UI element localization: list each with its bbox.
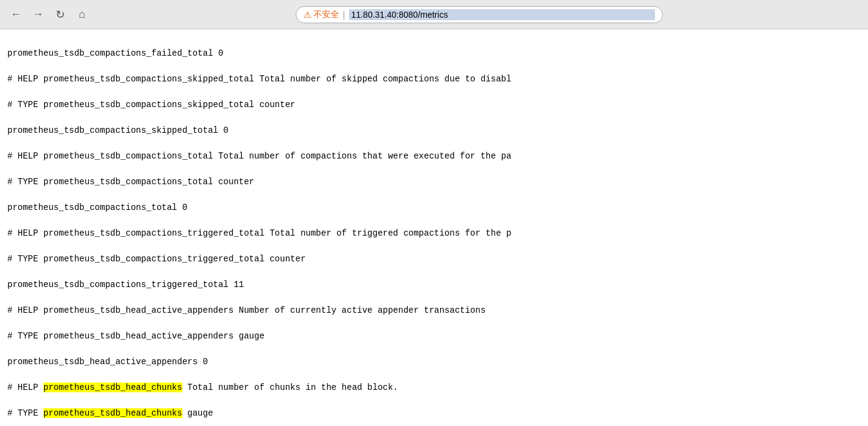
line-10: prometheus_tsdb_compactions_triggered_to… <box>7 278 861 291</box>
reload-button[interactable]: ↻ <box>51 6 69 23</box>
line-13: prometheus_tsdb_head_active_appenders 0 <box>7 356 861 368</box>
home-button[interactable]: ⌂ <box>73 6 91 23</box>
line-1: prometheus_tsdb_compactions_failed_total… <box>7 47 861 60</box>
warning-icon: ⚠ <box>304 10 312 20</box>
browser-toolbar: ← → ↻ ⌂ ⚠ 不安全 | 11.80.31.40:8080/metrics <box>0 0 868 29</box>
forward-button[interactable]: → <box>29 6 47 23</box>
url-display: 11.80.31.40:8080/metrics <box>349 9 655 20</box>
page-content: prometheus_tsdb_compactions_failed_total… <box>0 29 868 426</box>
line-12: # TYPE prometheus_tsdb_head_active_appen… <box>7 330 861 343</box>
line-14: # HELP prometheus_tsdb_head_chunks Total… <box>7 381 861 394</box>
back-button[interactable]: ← <box>7 6 24 23</box>
line-4: prometheus_tsdb_compactions_skipped_tota… <box>7 124 861 137</box>
line-5: # HELP prometheus_tsdb_compactions_total… <box>7 150 861 163</box>
address-bar[interactable]: ⚠ 不安全 | 11.80.31.40:8080/metrics <box>296 6 663 23</box>
line-7: prometheus_tsdb_compactions_total 0 <box>7 201 861 214</box>
security-warning: ⚠ 不安全 <box>304 9 339 20</box>
nav-buttons: ← → ↻ ⌂ <box>7 6 91 23</box>
line-2: # HELP prometheus_tsdb_compactions_skipp… <box>7 73 861 86</box>
separator: | <box>343 10 345 20</box>
line-9: # TYPE prometheus_tsdb_compactions_trigg… <box>7 253 861 266</box>
line-8: # HELP prometheus_tsdb_compactions_trigg… <box>7 227 861 240</box>
line-15: # TYPE prometheus_tsdb_head_chunks gauge <box>7 407 861 420</box>
line-11: # HELP prometheus_tsdb_head_active_appen… <box>7 304 861 317</box>
line-6: # TYPE prometheus_tsdb_compactions_total… <box>7 176 861 189</box>
line-3: # TYPE prometheus_tsdb_compactions_skipp… <box>7 99 861 111</box>
security-text: 不安全 <box>313 9 339 20</box>
